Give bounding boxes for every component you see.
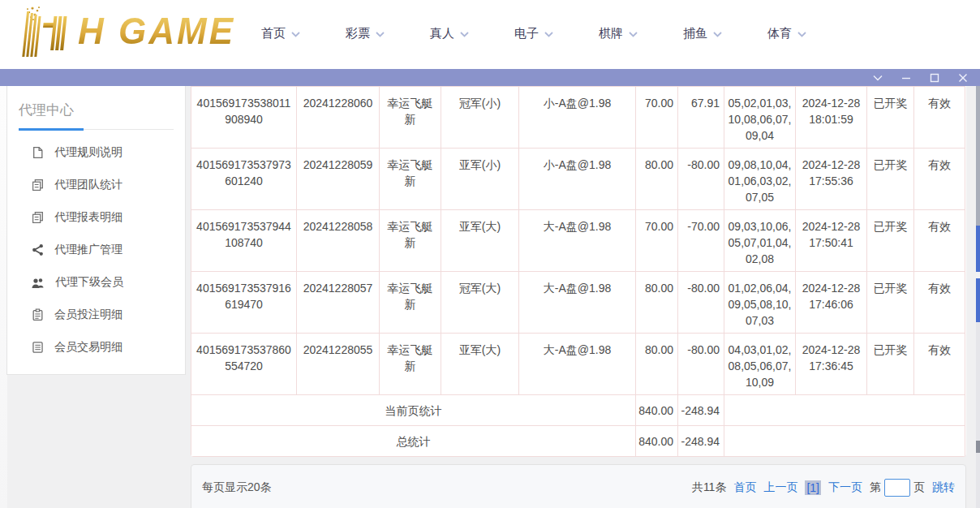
summary-amount: 840.00 xyxy=(636,395,678,426)
nav-label: 彩票 xyxy=(346,26,370,41)
nav-item-home[interactable]: 首页 xyxy=(261,26,300,41)
cell-result: 04,03,01,02,08,05,06,07,10,09 xyxy=(724,334,796,395)
file-icon xyxy=(32,146,44,159)
cell-order-id: 401569173537916619470 xyxy=(191,272,297,334)
cell-play: 亚军(大) xyxy=(441,334,519,395)
sidebar-item-team-stats[interactable]: 代理团队统计 xyxy=(7,169,185,201)
report-icon xyxy=(32,211,44,224)
bet-records-table-card: 401569173538011908940 20241228060 幸运飞艇新 … xyxy=(191,86,966,457)
cell-content: 大-A盘@1.98 xyxy=(519,210,636,272)
page-summary-row: 当前页统计 840.00 -248.94 xyxy=(191,395,965,426)
table-row: 401569173537973601240 20241228059 幸运飞艇新 … xyxy=(191,149,965,210)
cell-amount: 80.00 xyxy=(636,149,678,210)
cell-amount: 70.00 xyxy=(636,87,678,149)
cell-play: 冠军(大) xyxy=(441,272,519,334)
summary-label: 当前页统计 xyxy=(191,395,636,426)
nav-item-cards[interactable]: 棋牌 xyxy=(599,26,638,41)
sidebar-item-promotion[interactable]: 代理推广管理 xyxy=(7,234,185,266)
cell-period: 20241228057 xyxy=(297,272,380,334)
nav-item-live[interactable]: 真人 xyxy=(430,26,469,41)
logo-text: H GAME xyxy=(78,10,235,53)
cell-profit: -80.00 xyxy=(678,149,724,210)
maximize-icon[interactable] xyxy=(929,72,940,84)
cell-game: 幸运飞艇新 xyxy=(380,210,441,272)
top-header: H GAME 首页 彩票 真人 电子 棋牌 捕鱼 体育 xyxy=(0,0,980,69)
sidebar-item-sub-members[interactable]: 代理下级会员 xyxy=(7,266,185,299)
first-page-link[interactable]: 首页 xyxy=(733,480,756,495)
table-row: 401569173538011908940 20241228060 幸运飞艇新 … xyxy=(191,87,965,149)
share-icon xyxy=(32,243,44,256)
page-number-input[interactable] xyxy=(884,479,910,497)
logo-icon xyxy=(8,5,75,57)
jump-suffix-label: 页 xyxy=(913,480,925,495)
summary-label: 总统计 xyxy=(191,426,636,457)
sidebar-item-label: 代理规则说明 xyxy=(54,145,122,160)
cell-game: 幸运飞艇新 xyxy=(380,149,441,210)
sidebar-item-agent-rules[interactable]: 代理规则说明 xyxy=(7,136,185,169)
summary-profit: -248.94 xyxy=(678,426,724,457)
chevron-down-icon xyxy=(797,32,806,37)
nav-item-sports[interactable]: 体育 xyxy=(767,26,806,41)
report-icon xyxy=(32,179,44,192)
chevron-down-icon xyxy=(460,32,469,37)
cell-status: 已开奖 xyxy=(867,334,914,395)
table-row: 401569173537944108740 20241228058 幸运飞艇新 … xyxy=(191,210,965,272)
nav-label: 捕鱼 xyxy=(683,26,707,41)
cell-status: 已开奖 xyxy=(867,210,914,272)
prev-page-link[interactable]: 上一页 xyxy=(763,480,797,495)
cell-play: 亚军(小) xyxy=(441,149,519,210)
jump-button[interactable]: 跳转 xyxy=(932,480,955,495)
cell-order-id: 401569173537973601240 xyxy=(191,149,297,210)
cell-time: 2024-12-28 18:01:59 xyxy=(796,87,867,149)
pagination-bar: 每页显示20条 共11条 首页 上一页 [1] 下一页 第 页 跳转 xyxy=(191,464,966,508)
window-edge-strip xyxy=(976,86,980,508)
sidebar-item-label: 代理团队统计 xyxy=(54,178,122,192)
cell-period: 20241228059 xyxy=(297,149,380,210)
cell-amount: 70.00 xyxy=(636,210,678,272)
cell-result: 05,02,01,03,10,08,06,07,09,04 xyxy=(724,87,796,149)
cell-game: 幸运飞艇新 xyxy=(380,272,441,334)
sidebar-item-label: 会员交易明细 xyxy=(54,340,122,355)
collapse-icon[interactable] xyxy=(872,72,883,84)
cell-time: 2024-12-28 17:55:36 xyxy=(796,149,867,210)
content-area: 代理中心 代理规则说明 代理团队统计 xyxy=(0,86,980,508)
sidebar-item-report-details[interactable]: 代理报表明细 xyxy=(7,201,185,234)
cell-amount: 80.00 xyxy=(636,334,678,395)
nav-label: 体育 xyxy=(767,26,792,41)
agent-sidebar: 代理中心 代理规则说明 代理团队统计 xyxy=(6,86,186,375)
cell-period: 20241228060 xyxy=(297,87,380,149)
cell-amount: 80.00 xyxy=(636,272,678,334)
cell-order-id: 401569173537860554720 xyxy=(191,334,297,395)
nav-label: 首页 xyxy=(261,26,286,41)
cell-profit: -80.00 xyxy=(678,272,724,334)
next-page-link[interactable]: 下一页 xyxy=(828,480,862,495)
cell-content: 小-A盘@1.98 xyxy=(519,149,636,210)
nav-item-lottery[interactable]: 彩票 xyxy=(346,26,385,41)
cell-content: 大-A盘@1.98 xyxy=(519,272,636,334)
cell-game: 幸运飞艇新 xyxy=(380,334,441,395)
nav-item-fishing[interactable]: 捕鱼 xyxy=(683,26,722,41)
table-row: 401569173537916619470 20241228057 幸运飞艇新 … xyxy=(191,272,965,334)
total-count-label: 共11条 xyxy=(692,480,727,495)
sidebar-menu: 代理规则说明 代理团队统计 代理报表明细 xyxy=(7,136,185,364)
sidebar-item-bet-details[interactable]: 会员投注明细 xyxy=(7,299,185,331)
clipboard-icon xyxy=(32,308,44,321)
cell-time: 2024-12-28 17:46:06 xyxy=(796,272,867,334)
jump-prefix-label: 第 xyxy=(870,480,881,495)
chevron-down-icon xyxy=(629,32,638,37)
cell-profit: -70.00 xyxy=(678,210,724,272)
summary-amount: 840.00 xyxy=(636,426,678,457)
cell-content: 小-A盘@1.98 xyxy=(519,87,636,149)
cell-time: 2024-12-28 17:50:41 xyxy=(796,210,867,272)
site-logo[interactable]: H GAME xyxy=(8,5,235,57)
cell-status: 已开奖 xyxy=(867,87,914,149)
cell-valid: 有效 xyxy=(914,210,965,272)
jump-group: 第 页 xyxy=(870,479,925,497)
close-icon[interactable] xyxy=(957,72,969,84)
nav-item-slots[interactable]: 电子 xyxy=(514,26,553,41)
minimize-icon[interactable] xyxy=(900,72,912,84)
sidebar-item-transaction-details[interactable]: 会员交易明细 xyxy=(7,331,185,364)
cell-status: 已开奖 xyxy=(867,272,914,334)
cell-result: 09,03,10,06,05,07,01,04,02,08 xyxy=(724,210,796,272)
list-icon xyxy=(32,341,44,354)
